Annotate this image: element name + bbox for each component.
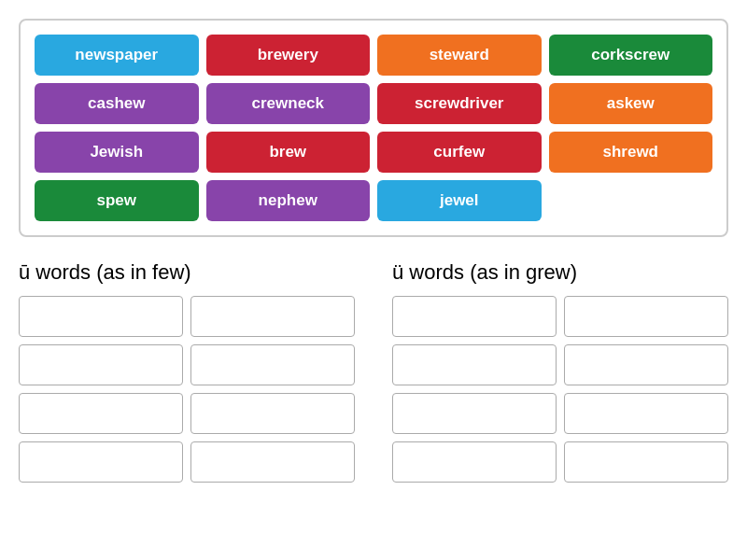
word-tile-spew[interactable]: spew — [35, 180, 199, 221]
category-grew-grid — [392, 296, 728, 483]
word-tile-crewneck[interactable]: crewneck — [206, 83, 371, 124]
word-tile-jewish[interactable]: Jewish — [35, 132, 199, 173]
word-tile-newspaper[interactable]: newspaper — [35, 35, 199, 76]
category-grew-title: ü words (as in grew) — [392, 260, 728, 285]
drop-cell[interactable] — [190, 441, 355, 483]
drop-cell[interactable] — [190, 296, 355, 337]
word-tile-steward[interactable]: steward — [377, 35, 542, 76]
drop-cell[interactable] — [392, 393, 557, 434]
word-tile-cashew[interactable]: cashew — [35, 83, 199, 124]
drop-cell[interactable] — [19, 296, 183, 337]
category-few-grid — [19, 296, 355, 483]
drop-cell[interactable] — [392, 344, 557, 385]
drop-cell[interactable] — [392, 296, 557, 337]
word-tile-screwdriver[interactable]: screwdriver — [377, 83, 542, 124]
category-few: ū words (as in few) — [19, 260, 355, 483]
category-few-title: ū words (as in few) — [19, 260, 355, 285]
drop-cell[interactable] — [19, 393, 183, 434]
drop-cell[interactable] — [564, 393, 728, 434]
drop-cell[interactable] — [564, 344, 728, 385]
drop-cell[interactable] — [190, 393, 355, 434]
drop-cell[interactable] — [190, 344, 355, 385]
word-tile-corkscrew[interactable]: corkscrew — [549, 35, 713, 76]
category-grew: ü words (as in grew) — [392, 260, 728, 483]
drop-cell[interactable] — [564, 441, 728, 483]
drop-cell[interactable] — [392, 441, 557, 483]
word-tile-shrewd[interactable]: shrewd — [549, 132, 713, 173]
word-tile-brew[interactable]: brew — [206, 132, 371, 173]
drop-cell[interactable] — [19, 441, 183, 483]
word-tile-curfew[interactable]: curfew — [377, 132, 542, 173]
word-tile-askew[interactable]: askew — [549, 83, 713, 124]
word-tile-jewel[interactable]: jewel — [377, 180, 542, 221]
word-tile-nephew[interactable]: nephew — [206, 180, 371, 221]
drop-cell[interactable] — [19, 344, 183, 385]
drop-cell[interactable] — [564, 296, 728, 337]
word-tile-brewery[interactable]: brewery — [206, 35, 371, 76]
word-bank: newspaperbrewerystewardcorkscrewcashewcr… — [19, 19, 728, 237]
